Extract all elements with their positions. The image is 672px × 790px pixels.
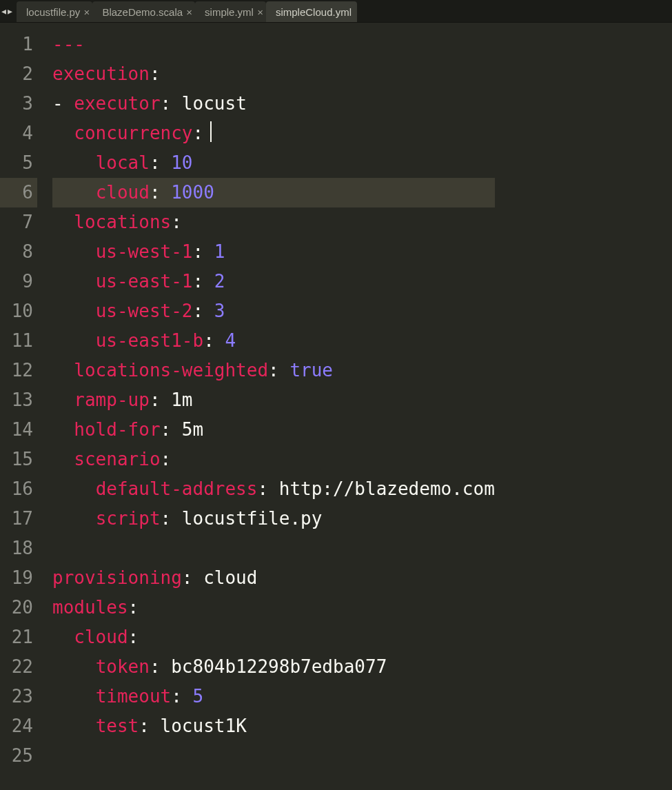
code-token: http://blazedemo.com [279, 478, 495, 499]
code-token [52, 686, 96, 707]
code-token: : [171, 686, 192, 707]
code-token: 2 [214, 271, 225, 292]
code-line[interactable]: hold-for: 5m [52, 415, 495, 445]
editor-tab[interactable]: BlazeDemo.scala× [92, 1, 195, 22]
code-area[interactable]: ---execution:- executor: locust concurre… [44, 23, 495, 783]
code-token [52, 449, 74, 469]
code-token [52, 508, 96, 529]
code-line[interactable]: local: 10 [52, 148, 495, 178]
code-token: locust1K [161, 716, 247, 736]
code-token [52, 627, 74, 647]
line-number: 23 [0, 682, 37, 711]
code-token: 1m [171, 389, 192, 410]
tab-nav-arrows: ◂ ▸ [0, 0, 17, 22]
code-token: locations [74, 212, 171, 232]
code-token: : [139, 716, 160, 736]
code-token: concurrency [74, 123, 192, 143]
code-token: locustfile.py [182, 508, 323, 529]
code-token: : [150, 152, 171, 173]
code-token [52, 419, 74, 440]
code-line[interactable] [52, 534, 495, 563]
code-line[interactable]: modules: [52, 593, 495, 622]
code-token: : [193, 123, 204, 143]
close-icon[interactable]: × [186, 6, 192, 18]
code-line[interactable] [52, 741, 495, 771]
code-token [52, 182, 96, 203]
code-token: modules [52, 597, 128, 618]
code-line[interactable]: us-east-1: 2 [52, 267, 495, 296]
code-token: : [128, 597, 139, 618]
line-number: 10 [0, 296, 37, 326]
code-token: us-west-2 [96, 301, 193, 321]
code-token: : [161, 419, 182, 440]
code-line[interactable]: ramp-up: 1m [52, 385, 495, 415]
code-token [52, 301, 96, 321]
code-token: 10 [171, 152, 192, 173]
code-line[interactable]: locations-weighted: true [52, 356, 495, 385]
code-token: local [96, 152, 150, 173]
code-token: locust [182, 93, 247, 114]
line-number: 20 [0, 593, 37, 622]
nav-back-icon[interactable]: ◂ [1, 6, 6, 17]
tab-label: BlazeDemo.scala [102, 6, 183, 18]
line-number: 16 [0, 474, 37, 504]
line-number: 13 [0, 385, 37, 415]
line-number: 5 [0, 148, 37, 178]
code-line[interactable]: us-west-2: 3 [52, 296, 495, 326]
line-number: 21 [0, 622, 37, 652]
code-token: execution [52, 63, 150, 84]
tab-label: simpleCloud.yml [276, 6, 352, 18]
code-token: : [128, 627, 139, 647]
code-token: : [257, 478, 278, 499]
code-token: token [96, 656, 150, 677]
code-line[interactable]: --- [52, 30, 495, 59]
editor-tab[interactable]: simpleCloud.yml [266, 1, 357, 22]
code-token: --- [52, 34, 85, 54]
code-token [52, 152, 96, 173]
code-token [52, 656, 96, 677]
line-number: 24 [0, 711, 37, 741]
line-number: 11 [0, 326, 37, 356]
code-line[interactable]: timeout: 5 [52, 682, 495, 711]
code-token: cloud [203, 567, 257, 588]
code-editor[interactable]: 1234567891011121314151617181920212223242… [0, 23, 672, 783]
code-line[interactable]: locations: [52, 207, 495, 237]
code-line[interactable]: token: bc804b12298b7edba077 [52, 652, 495, 682]
code-line[interactable]: concurrency: [52, 119, 495, 148]
code-token [52, 330, 96, 351]
code-token: : [150, 63, 161, 84]
code-token: locations-weighted [74, 360, 268, 381]
code-line[interactable]: provisioning: cloud [52, 563, 495, 593]
code-line[interactable]: script: locustfile.py [52, 504, 495, 534]
code-token [52, 212, 74, 232]
code-token: : [161, 508, 182, 529]
editor-tab[interactable]: simple.yml× [195, 1, 266, 22]
code-line[interactable]: scenario: [52, 445, 495, 474]
code-token: timeout [96, 686, 172, 707]
code-line[interactable]: cloud: [52, 622, 495, 652]
close-icon[interactable]: × [257, 6, 263, 18]
line-number: 4 [0, 119, 37, 148]
code-line[interactable]: - executor: locust [52, 89, 495, 119]
close-icon[interactable]: × [84, 6, 90, 18]
tab-label: locustfile.py [26, 6, 80, 18]
code-token: true [289, 360, 333, 381]
code-token: hold-for [74, 419, 160, 440]
code-line[interactable]: cloud: 1000 [52, 178, 495, 207]
code-line[interactable]: test: locust1K [52, 711, 495, 741]
line-number: 14 [0, 415, 37, 445]
code-line[interactable]: us-west-1: 1 [52, 237, 495, 267]
code-token [52, 360, 74, 381]
line-number: 6 [0, 178, 37, 207]
code-line[interactable]: default-address: http://blazedemo.com [52, 474, 495, 504]
code-line[interactable]: us-east1-b: 4 [52, 326, 495, 356]
code-line[interactable]: execution: [52, 59, 495, 89]
code-token: 5 [193, 686, 204, 707]
code-token: : [268, 360, 289, 381]
code-token: script [96, 508, 161, 529]
code-token: 4 [225, 330, 236, 351]
code-token: : [193, 241, 214, 262]
nav-forward-icon[interactable]: ▸ [8, 6, 12, 17]
editor-tab[interactable]: locustfile.py× [17, 1, 92, 22]
line-number: 2 [0, 59, 37, 89]
